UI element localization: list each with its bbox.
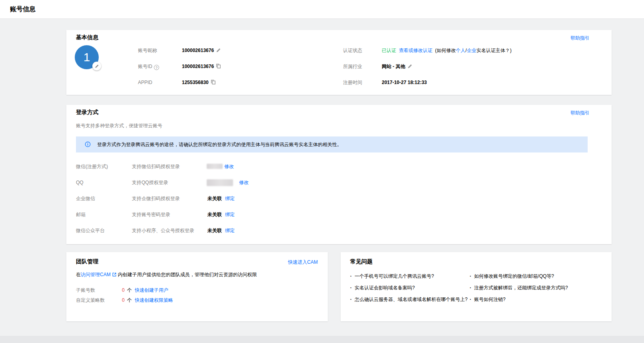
- faq-item[interactable]: ·一个手机号可以绑定几个腾讯云账号?: [350, 273, 434, 279]
- enterprise-auth-link[interactable]: 企业: [467, 48, 477, 53]
- copy-account-id-icon[interactable]: [216, 64, 221, 69]
- faq-card: 常见问题 ·一个手机号可以绑定几个腾讯云账号? ·实名认证会影响域名备案吗? ·…: [341, 252, 612, 321]
- auth-status-value: 已认证 查看或修改认证 (如何修改个人/企业实名认证主体？): [382, 47, 512, 54]
- auth-note: (如何修改个人/企业实名认证主体？): [434, 48, 512, 53]
- basic-info-card: 基本信息 帮助指引 1 账号昵称 100002613676 账号ID? 1000…: [66, 30, 612, 95]
- login-methods-help-link[interactable]: 帮助指引: [570, 110, 590, 116]
- login-method-desc: 支持微信扫码授权登录: [132, 162, 180, 170]
- appid-value: 1255356830: [182, 79, 216, 86]
- pencil-icon: [95, 64, 99, 68]
- login-method-desc: 支持账号密码登录: [132, 211, 170, 219]
- bullet-icon: ·: [350, 297, 352, 302]
- info-icon: [85, 141, 91, 147]
- modify-auth-link[interactable]: 查看或修改认证: [399, 48, 433, 53]
- sub-accounts-count: 0: [122, 287, 125, 293]
- login-row-wechat: 微信(注册方式) 支持微信扫码授权登录 修改: [76, 162, 596, 170]
- team-title: 团队管理: [76, 258, 98, 265]
- login-info-banner: 登录方式作为登录腾讯云账号的途径，请确认您所绑定的登录方式的使用主体与当前腾讯云…: [76, 136, 588, 152]
- bullet-icon: ·: [350, 285, 352, 291]
- login-row-email: 邮箱 支持账号密码登录 未关联 绑定: [76, 211, 596, 219]
- login-methods-title: 登录方式: [76, 109, 98, 116]
- bind-wecom-link[interactable]: 绑定: [225, 195, 235, 203]
- login-method-name: 微信公众平台: [76, 227, 105, 235]
- help-circle-icon[interactable]: ?: [154, 65, 159, 70]
- team-management-card: 团队管理 快速进入CAM 在访问管理CAM内创建子用户提供给您的团队成员，管理他…: [66, 252, 328, 321]
- bullet-icon: ·: [470, 285, 471, 291]
- external-link-icon[interactable]: [112, 272, 117, 277]
- page-title: 账号信息: [10, 5, 36, 14]
- edit-nickname-icon[interactable]: [216, 48, 221, 53]
- cam-console-link[interactable]: 访问管理CAM: [81, 272, 111, 277]
- login-row-wechat-official: 微信公众平台 支持小程序、公众号授权登录 未关联 绑定: [76, 227, 596, 235]
- bullet-icon: ·: [470, 297, 471, 302]
- basic-info-help-link[interactable]: 帮助指引: [570, 35, 590, 42]
- register-time-value: 2017-10-27 18:12:33: [382, 79, 427, 86]
- faq-item[interactable]: ·账号如何注销?: [470, 296, 506, 303]
- custom-policies-unit: 个: [127, 297, 132, 303]
- login-method-status: 未关联: [207, 227, 222, 235]
- faq-title: 常见问题: [350, 258, 373, 265]
- content-area: 基本信息 帮助指引 1 账号昵称 100002613676 账号ID? 1000…: [0, 19, 644, 343]
- custom-policies-count: 0: [122, 297, 125, 303]
- custom-policies-label: 自定义策略数: [76, 297, 105, 303]
- avatar[interactable]: 1: [75, 45, 99, 69]
- sub-accounts-unit: 个: [127, 287, 132, 293]
- personal-auth-link[interactable]: 个人: [456, 48, 465, 53]
- industry-value: 网站 - 其他: [382, 63, 413, 70]
- team-description: 在访问管理CAM内创建子用户提供给您的团队成员，管理他们对云资源的访问权限: [76, 271, 257, 278]
- faq-item[interactable]: ·如何修改账号绑定的微信/邮箱/QQ等?: [470, 273, 554, 279]
- custom-policies-row: 自定义策略数 0 个 快速创建权限策略: [76, 297, 316, 303]
- login-methods-subtitle: 账号支持多种登录方式，便捷管理云账号: [76, 122, 162, 129]
- create-sub-user-link[interactable]: 快速创建子用户: [135, 287, 168, 293]
- login-method-status: 未关联: [207, 195, 222, 203]
- enter-cam-link[interactable]: 快速进入CAM: [288, 259, 318, 266]
- login-method-desc: 支持QQ授权登录: [132, 179, 168, 187]
- auth-status-badge: 已认证: [382, 48, 396, 53]
- login-method-name: QQ: [76, 179, 84, 187]
- login-methods-card: 登录方式 帮助指引 账号支持多种登录方式，便捷管理云账号 登录方式作为登录腾讯云…: [66, 105, 612, 244]
- copy-appid-icon[interactable]: [211, 80, 216, 85]
- bullet-icon: ·: [350, 273, 352, 279]
- redacted-value: [207, 179, 233, 186]
- nickname-value: 100002613676: [182, 47, 221, 54]
- bind-wechat-official-link[interactable]: 绑定: [225, 227, 235, 235]
- login-method-name: 企业微信: [76, 195, 95, 203]
- create-policy-link[interactable]: 快速创建权限策略: [135, 297, 173, 303]
- bullet-icon: ·: [470, 273, 471, 279]
- page: 账号信息 基本信息 帮助指引 1 账号昵称 100002613676 账号ID?: [0, 0, 644, 343]
- login-method-name: 邮箱: [76, 211, 86, 219]
- faq-item[interactable]: ·实名认证会影响域名备案吗?: [350, 285, 415, 291]
- login-row-wecom: 企业微信 支持企微扫码授权登录 未关联 绑定: [76, 195, 596, 203]
- basic-info-title: 基本信息: [76, 34, 98, 41]
- login-method-name: 微信(注册方式): [76, 162, 108, 170]
- edit-industry-icon[interactable]: [407, 64, 413, 69]
- modify-wechat-link[interactable]: 修改: [224, 162, 234, 170]
- login-method-desc: 支持小程序、公众号授权登录: [132, 227, 194, 235]
- avatar-edit-button[interactable]: [92, 62, 101, 70]
- faq-item[interactable]: ·注册方式被解绑后，还能绑定成登录方式吗?: [470, 285, 568, 291]
- bind-email-link[interactable]: 绑定: [225, 211, 235, 219]
- login-banner-text: 登录方式作为登录腾讯云账号的途径，请确认您所绑定的登录方式的使用主体与当前腾讯云…: [97, 141, 342, 148]
- sub-accounts-row: 子账号数 0 个 快速创建子用户: [76, 287, 316, 293]
- sub-accounts-label: 子账号数: [76, 287, 95, 293]
- modify-qq-link[interactable]: 修改: [239, 179, 249, 187]
- redacted-value: [207, 164, 223, 169]
- faq-item[interactable]: ·怎么确认云服务器、域名或者域名解析在哪个账号上?: [350, 296, 468, 303]
- page-header: 账号信息: [0, 0, 644, 19]
- window-bottom-edge: [0, 336, 644, 343]
- login-method-desc: 支持企微扫码授权登录: [132, 195, 180, 203]
- login-row-qq: QQ 支持QQ授权登录 修改: [76, 179, 596, 187]
- login-method-status: 未关联: [207, 211, 222, 219]
- account-id-value: 100002613676: [182, 63, 221, 70]
